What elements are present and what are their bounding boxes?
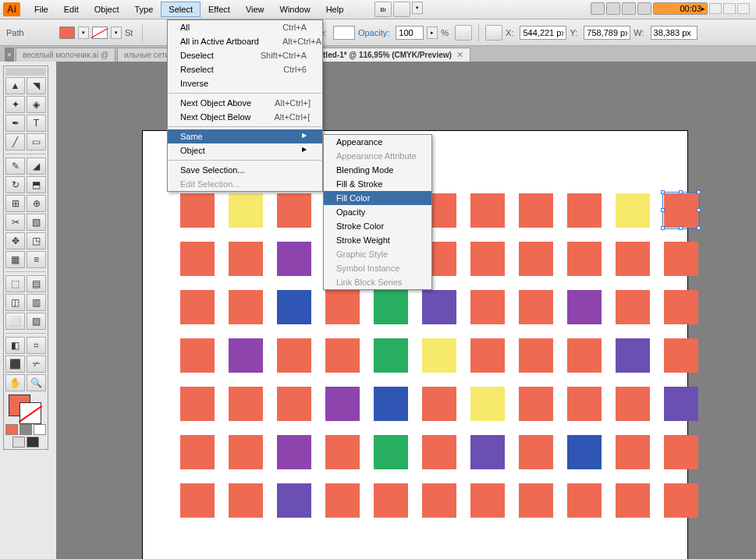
square-shape[interactable] — [374, 483, 408, 518]
menu-item-reselect[interactable]: ReselectCtrl+6 — [168, 62, 322, 76]
menu-item-next-object-above[interactable]: Next Object AboveAlt+Ctrl+] — [168, 96, 322, 110]
square-shape[interactable] — [229, 193, 263, 228]
tool-0[interactable]: ▲ — [5, 77, 25, 94]
tool-1[interactable]: ◥ — [27, 77, 46, 94]
square-shape[interactable] — [277, 193, 311, 228]
square-shape[interactable] — [180, 290, 215, 324]
menu-view[interactable]: View — [238, 2, 272, 17]
tool-7[interactable]: ▭ — [27, 133, 46, 150]
square-shape[interactable] — [519, 387, 553, 421]
document-tab[interactable]: веселый молочник.ai @ — [16, 48, 115, 62]
square-shape[interactable] — [277, 435, 311, 469]
tool-30[interactable]: ✋ — [5, 374, 25, 391]
tool-24[interactable]: ⬜ — [5, 313, 25, 330]
tool-11[interactable]: ⬒ — [27, 176, 46, 193]
square-shape[interactable] — [470, 483, 505, 518]
square-shape[interactable] — [180, 435, 215, 469]
record-time-display[interactable]: 00:03▸ — [653, 2, 708, 15]
square-shape[interactable] — [277, 483, 311, 518]
y-input[interactable] — [584, 26, 630, 40]
square-shape[interactable] — [470, 435, 505, 469]
menu-item-next-object-below[interactable]: Next Object BelowAlt+Ctrl+[ — [168, 110, 322, 124]
tool-26[interactable]: ◧ — [5, 337, 25, 354]
x-input[interactable] — [520, 26, 566, 40]
fill-dropdown-icon[interactable]: ▾ — [78, 27, 89, 39]
opacity-input[interactable] — [396, 26, 424, 40]
menu-object[interactable]: Object — [87, 2, 127, 17]
screen-mode-btn[interactable] — [27, 437, 39, 448]
square-shape[interactable] — [616, 242, 650, 276]
selection-handle[interactable] — [679, 226, 683, 230]
menu-item-save-selection-[interactable]: Save Selection... — [168, 163, 322, 177]
menu-item-same[interactable]: Same — [168, 129, 322, 143]
tool-16[interactable]: ✥ — [5, 232, 25, 249]
color-mode-btn[interactable] — [20, 424, 32, 435]
square-shape[interactable] — [470, 193, 505, 228]
square-shape[interactable] — [470, 242, 505, 276]
recolor-icon[interactable] — [455, 25, 472, 41]
square-shape[interactable] — [567, 387, 602, 421]
tool-27[interactable]: ⌗ — [27, 337, 46, 354]
tool-4[interactable]: ✒ — [5, 115, 25, 132]
menu-window[interactable]: Window — [272, 2, 318, 17]
selection-handle[interactable] — [661, 190, 665, 194]
tool-8[interactable]: ✎ — [5, 157, 25, 175]
menu-item-fill-stroke[interactable]: Fill & Stroke — [324, 177, 431, 191]
tool-14[interactable]: ✂ — [5, 214, 25, 231]
square-shape[interactable] — [229, 435, 263, 469]
square-shape[interactable] — [519, 435, 553, 469]
square-shape[interactable] — [229, 338, 263, 373]
tool-31[interactable]: 🔍 — [27, 374, 46, 391]
square-shape[interactable] — [664, 435, 698, 469]
square-shape[interactable] — [422, 435, 456, 469]
square-shape[interactable] — [325, 290, 360, 324]
square-shape[interactable] — [616, 435, 650, 469]
menu-item-stroke-color[interactable]: Stroke Color — [324, 219, 431, 233]
square-shape[interactable] — [229, 387, 263, 421]
menu-type[interactable]: Type — [127, 2, 161, 17]
menu-item-blending-mode[interactable]: Blending Mode — [324, 163, 431, 177]
square-shape[interactable] — [374, 338, 408, 373]
square-shape[interactable] — [664, 242, 698, 276]
w-input[interactable] — [651, 26, 697, 40]
selection-handle[interactable] — [661, 226, 665, 230]
menu-select[interactable]: Select — [161, 2, 201, 17]
close-tab-icon[interactable]: ✕ — [456, 50, 463, 60]
tool-9[interactable]: ◢ — [27, 157, 46, 175]
selection-handle[interactable] — [661, 208, 665, 212]
stroke-swatch[interactable] — [92, 27, 108, 39]
tool-28[interactable]: ⬛ — [5, 356, 25, 373]
tool-17[interactable]: ◳ — [27, 232, 46, 249]
square-shape[interactable] — [180, 483, 215, 518]
square-shape[interactable] — [470, 338, 505, 373]
square-shape[interactable] — [519, 193, 553, 228]
menu-item-all-in-active-artboard[interactable]: All in Active ArtboardAlt+Ctrl+A — [168, 34, 322, 48]
square-shape[interactable] — [277, 387, 311, 421]
arrange-icon[interactable] — [393, 2, 410, 17]
tool-6[interactable]: ╱ — [5, 133, 25, 150]
square-shape[interactable] — [374, 435, 408, 469]
menu-item-all[interactable]: AllCtrl+A — [168, 20, 322, 34]
square-shape[interactable] — [229, 290, 263, 324]
square-shape[interactable] — [229, 483, 263, 518]
square-shape[interactable] — [616, 483, 650, 518]
color-wells[interactable] — [5, 393, 46, 423]
square-shape[interactable] — [519, 483, 553, 518]
play-prev-icon[interactable] — [591, 2, 605, 15]
square-shape[interactable] — [374, 290, 408, 324]
fill-swatch[interactable] — [59, 27, 75, 39]
menu-file[interactable]: File — [27, 2, 56, 17]
tool-19[interactable]: ≡ — [27, 251, 46, 268]
square-shape[interactable] — [180, 193, 215, 228]
tool-13[interactable]: ⊕ — [27, 195, 46, 212]
opacity-dropdown-icon[interactable]: ▸ — [427, 27, 438, 39]
play-icon[interactable] — [606, 2, 620, 15]
tool-29[interactable]: ✃ — [27, 356, 46, 373]
menu-item-inverse[interactable]: Inverse — [168, 76, 322, 90]
tool-3[interactable]: ◈ — [27, 96, 46, 113]
square-shape[interactable] — [422, 387, 456, 421]
square-shape[interactable] — [325, 483, 360, 518]
tool-10[interactable]: ↻ — [5, 176, 25, 193]
square-shape[interactable] — [616, 193, 650, 228]
arrange-dropdown-icon[interactable]: ▾ — [412, 2, 423, 14]
